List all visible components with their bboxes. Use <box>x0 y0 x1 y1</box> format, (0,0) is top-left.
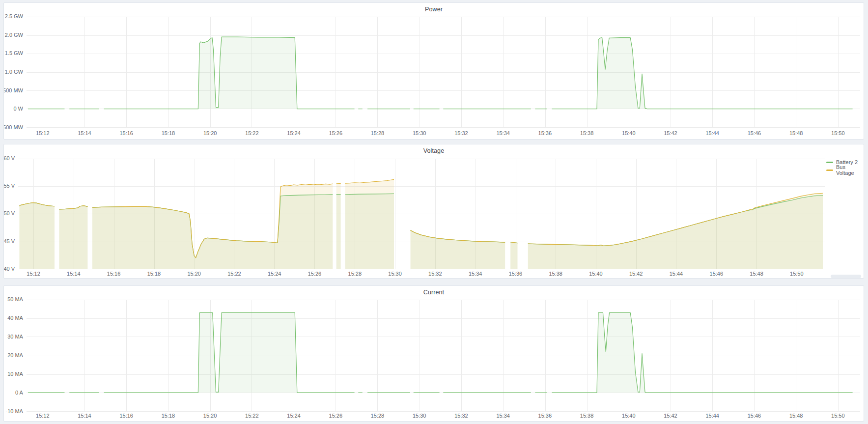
power-chart: 2.5 GW2.0 GW1.5 GW1.0 GW500 MW0 W-500 MW… <box>4 3 864 139</box>
x-tick-label: 15:32 <box>454 130 468 136</box>
y-tick-label: 55 V <box>4 183 15 189</box>
power-chart-svg: 2.5 GW2.0 GW1.5 GW1.0 GW500 MW0 W-500 MW… <box>4 3 864 139</box>
x-tick-label: 15:32 <box>454 413 468 419</box>
current-chart-svg: 50 MA40 MA30 MA20 MA10 MA0 A-10 MA15:121… <box>4 286 864 421</box>
y-tick-label: 2.0 GW <box>5 32 24 38</box>
voltage-plot-area[interactable] <box>18 159 825 269</box>
y-tick-label: 2.5 GW <box>5 13 24 19</box>
x-tick-label: 15:44 <box>670 271 683 277</box>
x-tick-label: 15:22 <box>245 413 258 419</box>
voltage-panel: Voltage 60 V55 V50 V45 V40 V15:1215:1415… <box>3 144 864 279</box>
y-tick-label: 500 MW <box>4 87 24 93</box>
x-tick-label: 15:26 <box>329 413 342 419</box>
y-tick-label: -500 MW <box>4 124 24 130</box>
x-tick-label: 15:22 <box>227 271 241 277</box>
x-tick-label: 15:40 <box>622 413 635 419</box>
current-panel: Current 50 MA40 MA30 MA20 MA10 MA0 A-10 … <box>3 285 864 422</box>
x-tick-label: 15:26 <box>329 130 342 136</box>
x-tick-label: 15:28 <box>371 413 384 419</box>
legend-series-dash-icon <box>826 162 833 163</box>
legend-item-bus-voltage[interactable]: Bus Voltage <box>826 166 864 174</box>
x-tick-label: 15:32 <box>428 271 442 277</box>
x-tick-label: 15:34 <box>496 130 509 136</box>
x-tick-label: 15:30 <box>413 130 426 136</box>
x-tick-label: 15:48 <box>750 271 763 277</box>
y-tick-label: 0 A <box>15 390 24 396</box>
x-tick-label: 15:50 <box>831 130 844 136</box>
y-tick-label: -10 MA <box>6 408 24 414</box>
x-tick-label: 15:48 <box>789 130 803 136</box>
x-tick-label: 15:40 <box>622 130 635 136</box>
x-tick-label: 15:16 <box>119 413 133 419</box>
power-plot-area[interactable] <box>27 17 860 127</box>
y-tick-label: 40 V <box>4 266 15 272</box>
x-tick-label: 15:42 <box>664 130 677 136</box>
panel-title-voltage[interactable]: Voltage <box>4 147 864 154</box>
x-tick-label: 15:46 <box>748 413 761 419</box>
x-tick-label: 15:14 <box>67 271 80 277</box>
x-tick-label: 15:44 <box>705 413 719 419</box>
x-tick-label: 15:50 <box>831 413 844 419</box>
y-tick-label: 40 MA <box>7 315 23 321</box>
x-tick-label: 15:50 <box>790 271 803 277</box>
y-tick-label: 10 MA <box>7 371 23 377</box>
x-tick-label: 15:42 <box>629 271 643 277</box>
legend: Battery 2Bus Voltage <box>826 158 864 174</box>
y-tick-label: 0 W <box>13 106 23 112</box>
x-tick-label: 15:36 <box>538 413 552 419</box>
x-tick-label: 15:38 <box>580 413 593 419</box>
legend-scrollbar[interactable] <box>831 275 861 278</box>
x-tick-label: 15:18 <box>147 271 161 277</box>
x-tick-label: 15:14 <box>78 130 91 136</box>
x-tick-label: 15:18 <box>162 413 175 419</box>
y-tick-label: 30 MA <box>7 334 23 339</box>
current-chart: 50 MA40 MA30 MA20 MA10 MA0 A-10 MA15:121… <box>4 286 864 421</box>
voltage-chart: 60 V55 V50 V45 V40 V15:1215:1415:1615:18… <box>4 144 864 278</box>
x-tick-label: 15:24 <box>287 413 300 419</box>
x-tick-label: 15:38 <box>549 271 562 277</box>
x-tick-label: 15:12 <box>36 130 49 136</box>
legend-item-label: Bus Voltage <box>836 164 864 176</box>
x-tick-label: 15:20 <box>203 413 217 419</box>
x-tick-label: 15:26 <box>308 271 321 277</box>
panel-title-power[interactable]: Power <box>4 6 864 13</box>
x-tick-label: 15:18 <box>162 130 175 136</box>
current-plot-area[interactable] <box>27 300 860 411</box>
y-tick-label: 1.5 GW <box>5 50 24 56</box>
panel-title-current[interactable]: Current <box>4 289 864 296</box>
voltage-chart-svg: 60 V55 V50 V45 V40 V15:1215:1415:1615:18… <box>4 144 864 278</box>
x-tick-label: 15:16 <box>107 271 120 277</box>
y-tick-label: 50 V <box>4 210 15 216</box>
x-tick-label: 15:20 <box>203 130 217 136</box>
x-tick-label: 15:34 <box>469 271 482 277</box>
x-tick-label: 15:14 <box>78 413 91 419</box>
x-tick-label: 15:12 <box>27 271 40 277</box>
x-tick-label: 15:42 <box>664 413 677 419</box>
x-tick-label: 15:36 <box>509 271 522 277</box>
x-tick-label: 15:16 <box>119 130 133 136</box>
x-tick-label: 15:30 <box>388 271 401 277</box>
power-panel: Power 2.5 GW2.0 GW1.5 GW1.0 GW500 MW0 W-… <box>3 2 864 140</box>
x-tick-label: 15:36 <box>538 130 552 136</box>
y-tick-label: 50 MA <box>7 296 23 302</box>
x-tick-label: 15:44 <box>705 130 719 136</box>
x-tick-label: 15:46 <box>748 130 761 136</box>
x-tick-label: 15:38 <box>580 130 593 136</box>
x-tick-label: 15:28 <box>348 271 362 277</box>
x-tick-label: 15:30 <box>413 413 426 419</box>
x-tick-label: 15:40 <box>589 271 602 277</box>
y-tick-label: 45 V <box>4 238 15 244</box>
x-tick-label: 15:12 <box>36 413 49 419</box>
y-tick-label: 1.0 GW <box>5 69 24 75</box>
x-tick-label: 15:34 <box>496 413 509 419</box>
x-tick-label: 15:28 <box>371 130 384 136</box>
x-tick-label: 15:46 <box>710 271 723 277</box>
y-tick-label: 20 MA <box>7 352 23 358</box>
x-tick-label: 15:22 <box>245 130 258 136</box>
legend-series-dash-icon <box>826 170 833 171</box>
x-tick-label: 15:20 <box>187 271 200 277</box>
y-tick-label: 60 V <box>4 155 15 161</box>
x-tick-label: 15:48 <box>789 413 803 419</box>
x-tick-label: 15:24 <box>268 271 281 277</box>
x-tick-label: 15:24 <box>287 130 300 136</box>
